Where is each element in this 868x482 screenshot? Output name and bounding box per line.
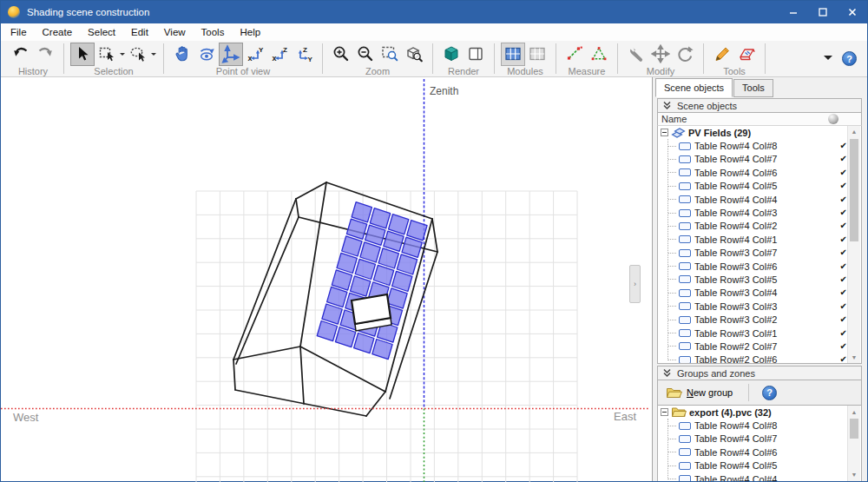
view-xz-button[interactable]: xZ	[267, 43, 292, 66]
tree-item[interactable]: Table Row#4 Col#8 ✔	[658, 139, 861, 152]
collapse-expander-icon[interactable]	[661, 129, 668, 136]
tree-item[interactable]: Table Row#4 Col#4 ✔	[658, 193, 861, 206]
zoom-extents-button[interactable]	[402, 43, 426, 66]
measure-area-button[interactable]	[587, 43, 611, 66]
tree-item[interactable]: Table Row#4 Col#5 ✔	[658, 180, 861, 193]
scroll-down-icon[interactable]: ▼	[848, 472, 860, 478]
tree-item[interactable]: Table Row#3 Col#3 ✔	[658, 300, 861, 313]
checkmark-icon[interactable]: ✔	[840, 342, 847, 351]
tree-item[interactable]: Table Row#4 Col#5	[658, 459, 861, 472]
tree-item[interactable]: Table Row#4 Col#6 ✔	[658, 166, 861, 179]
tree-item[interactable]: Table Row#3 Col#5 ✔	[658, 273, 861, 286]
groups-help-button[interactable]: ?	[762, 386, 777, 400]
export-root-row[interactable]: export (4).pvc (32)	[658, 406, 861, 419]
toolbar-overflow-caret[interactable]	[824, 56, 832, 64]
select-lasso-dropdown[interactable]	[151, 53, 156, 58]
menu-item[interactable]: Select	[80, 25, 123, 39]
checkmark-icon[interactable]: ✔	[840, 221, 847, 230]
groups-zones-header[interactable]: Groups and zones	[657, 366, 862, 380]
tab-scene-objects[interactable]: Scene objects	[655, 78, 733, 97]
undo-button[interactable]	[9, 43, 33, 66]
checkmark-icon[interactable]: ✔	[840, 329, 847, 338]
checkmark-icon[interactable]: ✔	[840, 182, 847, 190]
tree-item[interactable]: Table Row#2 Col#7 ✔	[658, 340, 861, 353]
menu-item[interactable]: Create	[35, 25, 81, 39]
tree-item[interactable]: Table Row#4 Col#4	[658, 472, 861, 481]
rotate-tool-button[interactable]	[673, 43, 697, 66]
measure-distance-button[interactable]	[562, 43, 587, 66]
checkmark-icon[interactable]: ✔	[840, 302, 847, 311]
checkmark-icon[interactable]: ✔	[840, 235, 847, 244]
render-wireframe-button[interactable]	[464, 43, 488, 66]
edit-tool-button[interactable]	[710, 43, 734, 66]
render-3d-button[interactable]	[439, 43, 464, 66]
tree-item[interactable]: Table Row#2 Col#6 ✔	[658, 353, 861, 364]
checkmark-icon[interactable]: ✔	[840, 315, 847, 324]
select-rectangle-button[interactable]	[95, 43, 119, 66]
tree-item[interactable]: Table Row#3 Col#2 ✔	[658, 313, 861, 326]
tree-item[interactable]: Table Row#4 Col#3 ✔	[658, 206, 861, 219]
checkmark-icon[interactable]: ✔	[840, 288, 847, 297]
construction-tools-button[interactable]	[734, 43, 759, 66]
tree-item[interactable]: Table Row#3 Col#6 ✔	[658, 260, 861, 273]
tree-item[interactable]: Table Row#3 Col#7 ✔	[658, 247, 861, 260]
checkmark-icon[interactable]: ✔	[840, 275, 847, 284]
select-lasso-button[interactable]	[126, 43, 150, 66]
tree-item[interactable]: Table Row#4 Col#7	[658, 432, 861, 446]
menu-item[interactable]: Edit	[123, 25, 156, 39]
view-xy-button[interactable]: xY	[243, 43, 267, 66]
axes-view-button[interactable]	[219, 43, 243, 66]
modules-view-button[interactable]	[501, 43, 525, 66]
new-group-button[interactable]: New group	[663, 381, 735, 405]
select-arrow-button[interactable]	[70, 43, 95, 66]
checkmark-icon[interactable]: ✔	[840, 262, 847, 271]
tree-item[interactable]: Table Row#4 Col#2 ✔	[658, 220, 861, 233]
move-tool-button[interactable]	[648, 43, 673, 66]
menu-item[interactable]: Help	[232, 25, 268, 39]
title-bar[interactable]: Shading scene construction	[1, 1, 867, 23]
select-rectangle-dropdown[interactable]	[120, 53, 125, 58]
wrench-tool-button[interactable]	[624, 43, 648, 66]
menu-item[interactable]: View	[156, 25, 194, 39]
groups-scrollbar[interactable]: ▲ ▼	[847, 406, 860, 481]
minimize-button[interactable]	[779, 1, 808, 23]
tree-item[interactable]: Table Row#4 Col#7 ✔	[658, 153, 861, 166]
zoom-window-button[interactable]	[378, 43, 402, 66]
checkmark-icon[interactable]: ✔	[840, 355, 847, 364]
help-button[interactable]: ?	[842, 51, 857, 66]
view-zy-button[interactable]: ZY	[292, 43, 316, 66]
tab-tools[interactable]: Tools	[733, 79, 773, 97]
panel-collapse-handle[interactable]: ›	[629, 265, 641, 303]
checkmark-icon[interactable]: ✔	[840, 155, 847, 163]
menu-item[interactable]: File	[3, 25, 35, 39]
scene-objects-scrollbar[interactable]: ▲ ▼	[847, 126, 860, 363]
scrollbar-thumb[interactable]	[850, 139, 858, 241]
close-button[interactable]	[838, 1, 867, 23]
orbit-button[interactable]	[194, 43, 219, 66]
redo-button[interactable]	[33, 43, 57, 66]
collapse-expander-icon[interactable]	[661, 408, 668, 416]
pv-fields-root-row[interactable]: PV Fields (29)	[658, 126, 861, 139]
checkmark-icon[interactable]: ✔	[840, 168, 847, 177]
zoom-out-button[interactable]	[353, 43, 378, 66]
zoom-in-button[interactable]	[329, 43, 353, 66]
tree-item[interactable]: Table Row#3 Col#1 ✔	[658, 327, 861, 340]
checkmark-icon[interactable]: ✔	[840, 142, 847, 150]
scroll-down-icon[interactable]: ▼	[848, 354, 860, 360]
tree-item[interactable]: Table Row#4 Col#1 ✔	[658, 233, 861, 246]
tree-item[interactable]: Table Row#4 Col#8	[658, 419, 861, 432]
maximize-button[interactable]	[808, 1, 838, 23]
checkmark-icon[interactable]: ✔	[840, 195, 847, 204]
scroll-up-icon[interactable]: ▲	[848, 129, 860, 135]
scrollbar-thumb[interactable]	[850, 419, 858, 439]
scene-objects-header[interactable]: Scene objects	[657, 98, 862, 113]
scene-canvas[interactable]: Zenith West East	[1, 77, 652, 482]
pan-button[interactable]	[170, 43, 194, 66]
checkmark-icon[interactable]: ✔	[840, 248, 847, 257]
checkmark-icon[interactable]: ✔	[840, 208, 847, 217]
tree-item[interactable]: Table Row#3 Col#4 ✔	[658, 287, 861, 300]
menu-item[interactable]: Tools	[194, 25, 233, 39]
tree-item[interactable]: Table Row#4 Col#6	[658, 446, 861, 459]
name-column-header[interactable]: Name	[657, 113, 862, 126]
scroll-up-icon[interactable]: ▲	[848, 409, 860, 415]
